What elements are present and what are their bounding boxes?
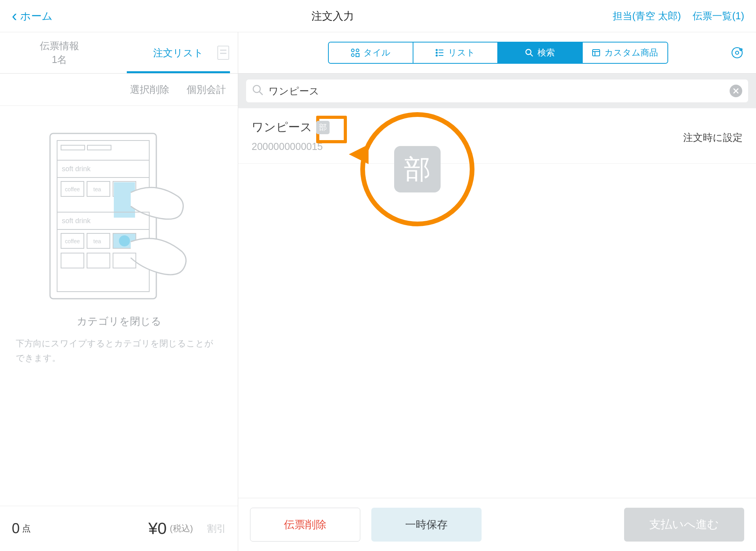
svg-rect-21 [87, 253, 110, 268]
left-footer: 0 点 ¥0 (税込) 割引 [0, 506, 238, 551]
view-toggle: タイル リスト 検索 [328, 42, 668, 64]
result-note: 注文時に設定 [683, 119, 743, 144]
back-button[interactable]: ‹ ホーム [12, 7, 53, 25]
view-custom-button[interactable]: カスタム商品 [583, 43, 667, 63]
svg-point-24 [356, 49, 359, 52]
search-field-icon [252, 84, 264, 98]
result-name: ワンピース 部 [252, 119, 683, 135]
svg-rect-0 [50, 133, 156, 299]
search-results: ワンピース 部 2000000000015 注文時に設定 部 [238, 108, 756, 498]
hint-title: カテゴリを閉じる [77, 314, 161, 328]
discount-button[interactable]: 割引 [207, 522, 226, 535]
svg-rect-1 [57, 141, 149, 292]
svg-text:tea: tea [93, 186, 101, 192]
item-count: 0 [12, 520, 20, 537]
department-badge-icon: 部 [316, 121, 330, 134]
hint-description: 下方向にスワイプするとカテゴリを閉じることができます。 [12, 336, 226, 366]
right-panel: タイル リスト 検索 [238, 32, 756, 551]
svg-rect-26 [356, 54, 359, 57]
document-icon [217, 46, 229, 60]
svg-text:soft drink: soft drink [62, 165, 91, 173]
view-search-label: 検索 [537, 47, 555, 59]
left-tabs: 伝票情報 1名 注文リスト [0, 32, 238, 74]
close-icon [733, 88, 739, 94]
chevron-left-icon: ‹ [12, 7, 17, 25]
tab-slip-info-l1: 伝票情報 [40, 39, 79, 52]
svg-text:coffee: coffee [65, 186, 80, 192]
save-draft-button[interactable]: 一時保存 [371, 508, 482, 542]
tab-slip-info[interactable]: 伝票情報 1名 [0, 32, 119, 73]
annotation-badge-icon: 部 [394, 146, 441, 192]
item-count-unit: 点 [22, 523, 31, 534]
view-search-button[interactable]: 検索 [498, 43, 583, 63]
svg-line-34 [530, 54, 533, 56]
split-check-button[interactable]: 個別会計 [187, 83, 226, 96]
svg-point-29 [436, 52, 437, 54]
back-label: ホーム [20, 9, 53, 23]
delete-slip-button[interactable]: 伝票削除 [250, 508, 360, 542]
search-icon [525, 48, 534, 57]
result-name-text: ワンピース [252, 119, 312, 135]
page-title: 注文入力 [311, 9, 354, 23]
assignee-link[interactable]: 担当(青空 太郎) [613, 9, 681, 22]
svg-point-40 [253, 85, 260, 92]
swipe-hint-area: soft drink coffee tea soft drink coffee … [0, 106, 238, 506]
header-actions: 担当(青空 太郎) 伝票一覧(1) [613, 9, 744, 22]
tile-icon [351, 48, 359, 57]
svg-point-23 [351, 49, 354, 52]
view-list-button[interactable]: リスト [413, 43, 498, 63]
settings-button[interactable] [730, 46, 744, 60]
svg-line-41 [259, 92, 263, 95]
svg-text:soft drink: soft drink [62, 217, 91, 225]
svg-rect-20 [61, 253, 84, 268]
view-list-label: リスト [448, 47, 475, 59]
svg-rect-2 [61, 145, 85, 150]
total-price: ¥0 [148, 519, 167, 538]
tax-label: (税込) [170, 523, 193, 534]
delete-selected-button[interactable]: 選択削除 [130, 83, 169, 96]
svg-point-39 [736, 51, 739, 54]
tab-order-list-label: 注文リスト [153, 46, 204, 59]
svg-point-27 [436, 50, 437, 51]
view-tile-button[interactable]: タイル [329, 43, 413, 63]
right-footer: 伝票削除 一時保存 支払いへ進む [238, 498, 756, 551]
search-value: ワンピース [269, 85, 730, 98]
svg-point-33 [526, 50, 531, 55]
clear-search-button[interactable] [730, 85, 742, 97]
proceed-payment-button[interactable]: 支払いへ進む [624, 508, 745, 542]
svg-point-19 [119, 235, 130, 246]
search-area: ワンピース [238, 74, 756, 108]
annotation-circle: 部 [360, 112, 474, 226]
svg-point-31 [436, 55, 437, 56]
tab-slip-info-l2: 1名 [52, 53, 67, 66]
svg-rect-35 [593, 50, 600, 56]
custom-product-icon [592, 48, 600, 57]
view-custom-label: カスタム商品 [604, 47, 658, 59]
left-action-row: 選択削除 個別会計 [0, 74, 238, 106]
svg-text:coffee: coffee [65, 238, 80, 244]
list-icon [435, 48, 444, 57]
tab-order-list[interactable]: 注文リスト [119, 32, 238, 73]
swipe-illustration: soft drink coffee tea soft drink coffee … [46, 129, 192, 303]
slip-list-link[interactable]: 伝票一覧(1) [693, 9, 744, 22]
svg-rect-3 [87, 145, 111, 150]
top-header: ‹ ホーム 注文入力 担当(青空 太郎) 伝票一覧(1) [0, 0, 756, 32]
search-input[interactable]: ワンピース [246, 80, 748, 102]
view-toolbar: タイル リスト 検索 [238, 32, 756, 74]
svg-text:tea: tea [93, 238, 101, 244]
left-panel: 伝票情報 1名 注文リスト 選択削除 個別会計 soft drin [0, 32, 238, 551]
view-tile-label: タイル [363, 47, 391, 59]
svg-point-25 [351, 54, 354, 57]
